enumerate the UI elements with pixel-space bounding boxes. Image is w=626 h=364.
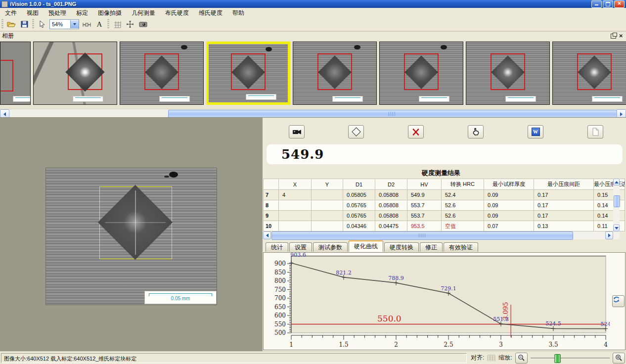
album-thumbnail-6[interactable]: [379, 42, 463, 105]
table-cell[interactable]: 0.09: [484, 211, 534, 221]
album-thumbnail-1[interactable]: [0, 42, 31, 105]
menu-item-3[interactable]: 标定: [71, 8, 93, 18]
export-word-button[interactable]: W: [528, 125, 543, 138]
grid-overlay-button[interactable]: [111, 18, 124, 30]
close-button[interactable]: ✕: [614, 0, 625, 8]
zoom-in-button[interactable]: [613, 353, 625, 364]
scrollbar-thumb[interactable]: [614, 195, 620, 207]
table-cell[interactable]: [312, 190, 343, 200]
table-row-10[interactable]: 100.043460.04475953.5空值0.070.130.11: [264, 221, 625, 231]
float-panel-icon[interactable]: [611, 34, 616, 39]
specimen-image[interactable]: 0.05 mm: [45, 168, 217, 305]
open-file-button[interactable]: [5, 18, 18, 30]
tab-4[interactable]: 硬度转换: [384, 242, 419, 252]
indent-measure-button[interactable]: [348, 125, 364, 138]
menu-item-1[interactable]: 视图: [22, 8, 44, 18]
zoom-dropdown-button[interactable]: [70, 20, 79, 28]
refresh-chart-button[interactable]: [612, 295, 625, 307]
video-capture-button[interactable]: [289, 125, 305, 138]
table-row-7[interactable]: 740.058050.05808549.952.40.090.170.15: [264, 190, 625, 200]
table-cell[interactable]: 8: [264, 200, 279, 211]
table-cell[interactable]: 0.17: [534, 200, 594, 211]
table-cell[interactable]: 9: [264, 211, 279, 221]
table-cell[interactable]: 0.05808: [375, 211, 407, 221]
menu-item-7[interactable]: 维氏硬度: [194, 8, 227, 18]
scroll-right-button[interactable]: [605, 231, 613, 239]
table-cell[interactable]: 10: [264, 221, 279, 231]
album-thumbnail-4[interactable]: [206, 42, 290, 105]
table-cell[interactable]: 0.17: [534, 211, 594, 221]
close-panel-icon[interactable]: ✕: [619, 34, 623, 39]
text-tool-button[interactable]: A: [93, 18, 106, 30]
menu-item-8[interactable]: 帮助: [227, 8, 249, 18]
table-cell[interactable]: 0.13: [534, 221, 594, 231]
tab-3[interactable]: 硬化曲线: [349, 240, 383, 252]
menu-item-0[interactable]: 文件: [0, 8, 22, 18]
album-thumbnail-2[interactable]: [33, 42, 117, 105]
table-horizontal-scrollbar[interactable]: [263, 231, 620, 239]
table-cell[interactable]: [279, 221, 312, 231]
new-document-button[interactable]: [587, 125, 603, 138]
tab-5[interactable]: 修正: [420, 242, 443, 252]
table-cell[interactable]: 0.09: [484, 190, 534, 200]
table-vertical-scrollbar[interactable]: [613, 179, 620, 231]
table-cell[interactable]: 953.5: [407, 221, 442, 231]
hand-tool-button[interactable]: [468, 125, 484, 138]
scroll-up-button[interactable]: [613, 179, 620, 185]
table-cell[interactable]: 0.07: [484, 221, 534, 231]
table-row-8[interactable]: 80.057650.05808553.752.60.090.170.14: [264, 200, 625, 211]
table-cell[interactable]: 553.7: [407, 211, 442, 221]
table-cell[interactable]: 0.14: [594, 200, 625, 211]
table-cell[interactable]: 0.04475: [375, 221, 407, 231]
album-thumbnail-3[interactable]: [120, 42, 204, 105]
table-cell[interactable]: 0.05765: [343, 200, 375, 211]
menu-item-6[interactable]: 布氏硬度: [160, 8, 194, 18]
table-cell[interactable]: 0.05808: [375, 200, 407, 211]
table-cell[interactable]: 0.17: [534, 190, 594, 200]
table-cell[interactable]: 549.9: [407, 190, 442, 200]
tab-6[interactable]: 有效验证: [444, 242, 478, 252]
table-cell[interactable]: 0.15: [594, 190, 625, 200]
table-cell[interactable]: 空值: [442, 221, 484, 231]
menu-item-4[interactable]: 图像拍摄: [93, 8, 127, 18]
table-cell[interactable]: 52.6: [442, 200, 484, 211]
table-cell[interactable]: 52.4: [442, 190, 484, 200]
minimize-button[interactable]: [591, 0, 602, 8]
save-button[interactable]: [18, 18, 31, 30]
table-cell[interactable]: 0.09: [484, 200, 534, 211]
album-thumbnail-8[interactable]: [552, 42, 626, 105]
image-viewer[interactable]: 0.05 mm: [0, 118, 263, 352]
maximize-button[interactable]: [603, 0, 613, 8]
zoom-level-select[interactable]: 54%: [49, 19, 79, 29]
measure-tool-button[interactable]: [80, 18, 93, 30]
scrollbar-thumb[interactable]: [271, 231, 573, 240]
center-image-button[interactable]: [124, 18, 136, 30]
table-cell[interactable]: 0.14: [594, 211, 625, 221]
scroll-left-button[interactable]: [263, 231, 271, 239]
delete-measure-button[interactable]: [408, 125, 424, 138]
table-cell[interactable]: [312, 221, 343, 231]
table-cell[interactable]: 7: [264, 190, 279, 200]
table-cell[interactable]: [279, 211, 312, 221]
table-cell[interactable]: [312, 211, 343, 221]
table-cell[interactable]: 4: [279, 190, 312, 200]
table-cell[interactable]: 0.04346: [343, 221, 375, 231]
menu-item-2[interactable]: 预处理: [44, 8, 71, 18]
album-thumbnail-5[interactable]: [293, 42, 377, 105]
table-cell[interactable]: 0.05808: [375, 190, 407, 200]
tab-0[interactable]: 统计: [266, 242, 288, 252]
select-cursor-button[interactable]: [36, 18, 48, 30]
album-thumbnail-7[interactable]: [466, 42, 550, 105]
tab-1[interactable]: 设置: [289, 242, 312, 252]
zoom-slider[interactable]: [531, 353, 610, 363]
table-cell[interactable]: [279, 200, 312, 211]
menu-item-5[interactable]: 几何测量: [127, 8, 160, 18]
thumbnail-scrollbar[interactable]: [0, 109, 626, 118]
table-cell[interactable]: 0.05805: [343, 190, 375, 200]
align-grid-icon[interactable]: [487, 355, 495, 361]
snapshot-button[interactable]: [136, 18, 149, 30]
zoom-slider-thumb[interactable]: [554, 354, 561, 363]
table-cell[interactable]: 553.7: [407, 200, 442, 211]
table-cell[interactable]: 52.6: [442, 211, 484, 221]
zoom-out-button[interactable]: [515, 353, 528, 364]
